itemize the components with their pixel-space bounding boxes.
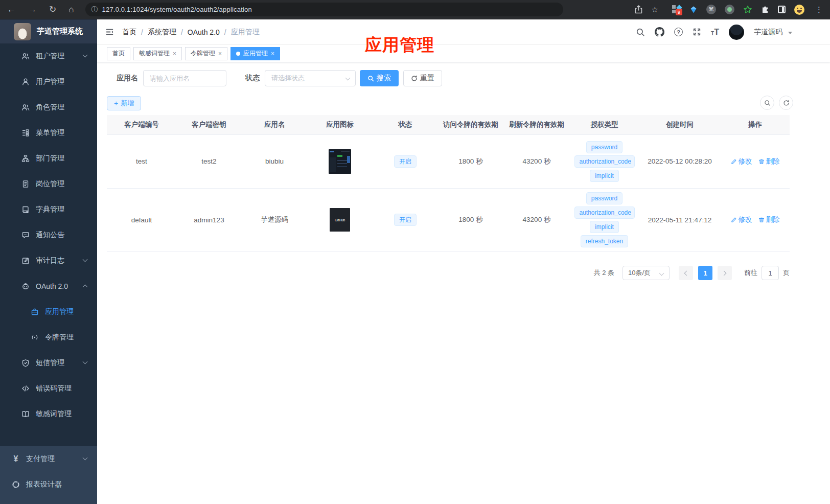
forward-icon[interactable]: → <box>28 5 37 14</box>
cell-access-ttl: 1800 秒 <box>438 134 503 188</box>
breadcrumb-system[interactable]: 系统管理 <box>148 28 176 37</box>
status-badge: 开启 <box>394 214 417 226</box>
share-icon[interactable] <box>635 5 642 14</box>
open-book-icon <box>21 410 30 418</box>
breadcrumb-current: 应用管理 <box>231 28 260 37</box>
page-number-button[interactable]: 1 <box>698 266 712 280</box>
refresh-button[interactable] <box>779 96 793 110</box>
app-icon-image: GitHub <box>330 208 350 232</box>
sidebar-item-tenant[interactable]: 租户管理 <box>0 43 97 69</box>
status-badge: 开启 <box>394 155 417 168</box>
breadcrumb-oauth[interactable]: OAuth 2.0 <box>188 28 220 36</box>
font-size-icon[interactable] <box>711 28 719 36</box>
close-icon[interactable] <box>173 50 176 57</box>
page-unit-label: 页 <box>783 268 790 278</box>
browser-menu-icon[interactable]: ⋮ <box>815 5 823 14</box>
tags-view-bar: 首页 敏感词管理 令牌管理 应用管理 <box>97 45 830 62</box>
sidebar-item-oauth-application[interactable]: 应用管理 <box>0 299 97 325</box>
sidebar-item-pay[interactable]: 支付管理 <box>0 446 97 472</box>
sidebar-item-role[interactable]: 角色管理 <box>0 95 97 120</box>
back-icon[interactable]: ← <box>7 5 16 14</box>
users-icon <box>21 52 30 60</box>
app-name-input[interactable] <box>143 70 226 86</box>
reload-icon[interactable]: ↻ <box>49 5 56 14</box>
col-app-icon: 应用图标 <box>307 115 373 134</box>
col-grant-types: 授权类型 <box>570 115 639 134</box>
tab-sensitive-word[interactable]: 敏感词管理 <box>133 47 182 60</box>
badge-icon <box>21 180 30 188</box>
side-panel-icon[interactable] <box>778 6 786 13</box>
tab-token[interactable]: 令牌管理 <box>185 47 227 60</box>
reset-button[interactable]: 重置 <box>403 70 442 86</box>
browser-actions: ☆ 9 ⌘ ⋮ <box>635 5 823 15</box>
plus-icon <box>114 99 118 107</box>
close-icon[interactable] <box>218 50 222 57</box>
main-area: 应用管理 首页 / 系统管理 / OAuth 2.0 / 应用管理 芋道源码 首… <box>97 19 830 504</box>
site-info-icon[interactable]: ⓘ <box>91 5 98 14</box>
sidebar-item-notice[interactable]: 通知公告 <box>0 222 97 248</box>
sidebar-item-audit-log[interactable]: 审计日志 <box>0 248 97 273</box>
edit-button[interactable]: 修改 <box>731 157 752 166</box>
command-extension-icon[interactable]: ⌘ <box>706 5 716 14</box>
edit-button[interactable]: 修改 <box>731 215 752 224</box>
cell-created-at: 2022-05-12 00:28:20 <box>639 134 721 188</box>
delete-button[interactable]: 删除 <box>758 215 780 224</box>
extension-grid-icon[interactable]: 9 <box>672 5 681 14</box>
fullscreen-icon[interactable] <box>693 28 701 36</box>
goto-page-input[interactable] <box>762 266 779 280</box>
sidebar-item-menu[interactable]: 菜单管理 <box>0 120 97 146</box>
profile-avatar-icon[interactable] <box>794 5 804 15</box>
github-icon[interactable] <box>655 27 664 37</box>
sidebar-item-dict[interactable]: 字典管理 <box>0 197 97 222</box>
sidebar-item-sms[interactable]: 短信管理 <box>0 350 97 376</box>
robot-icon <box>21 282 30 290</box>
address-bar[interactable]: ⓘ 127.0.0.1:1024/system/oauth2/oauth2/ap… <box>85 3 563 16</box>
star-extension-icon[interactable] <box>743 5 752 14</box>
cell-app-name: biubiu <box>242 134 307 188</box>
shield-check-icon <box>21 359 30 367</box>
chevron-down-icon <box>659 271 664 276</box>
sidebar-item-oauth-token[interactable]: 令牌管理 <box>0 325 97 350</box>
sidebar-item-oauth[interactable]: OAuth 2.0 <box>0 273 97 299</box>
app-icon-image <box>329 149 351 174</box>
home-icon[interactable]: ⌂ <box>68 5 74 14</box>
prev-page-button[interactable] <box>679 266 693 280</box>
app-logo[interactable]: 芋道管理系统 <box>0 19 97 43</box>
sidebar-item-error-code[interactable]: 错误码管理 <box>0 376 97 401</box>
delete-button[interactable]: 删除 <box>758 157 780 166</box>
extensions-puzzle-icon[interactable] <box>761 6 769 14</box>
search-icon[interactable] <box>636 28 645 37</box>
breadcrumb-home[interactable]: 首页 <box>122 28 136 37</box>
bookmark-star-icon[interactable]: ☆ <box>652 5 658 14</box>
col-created-at: 创建时间 <box>639 115 721 134</box>
sidebar-item-report-designer[interactable]: 报表设计器 <box>0 472 97 497</box>
add-button[interactable]: 新增 <box>107 96 141 110</box>
toggle-search-button[interactable] <box>760 96 774 110</box>
grant-type-badge: password <box>586 141 622 153</box>
cell-app-icon <box>307 134 373 188</box>
dictionary-book-icon <box>21 205 30 214</box>
gem-extension-icon[interactable] <box>689 6 698 14</box>
page-size-select[interactable]: 10条/页 <box>622 266 670 280</box>
record-extension-icon[interactable] <box>725 5 734 14</box>
close-icon[interactable] <box>271 50 274 57</box>
app-title: 芋道管理系统 <box>37 27 83 36</box>
sidebar-item-post[interactable]: 岗位管理 <box>0 171 97 197</box>
user-avatar[interactable] <box>729 25 744 40</box>
tab-home[interactable]: 首页 <box>107 47 130 60</box>
tab-application[interactable]: 应用管理 <box>230 47 280 60</box>
message-icon <box>21 231 30 239</box>
sidebar-item-sensitive-word[interactable]: 敏感词管理 <box>0 401 97 427</box>
collapse-sidebar-icon[interactable] <box>105 28 114 36</box>
caret-down-icon[interactable] <box>788 32 792 34</box>
logo-avatar <box>14 23 31 40</box>
active-dot-icon <box>236 52 240 56</box>
goto-label: 前往 <box>744 268 757 278</box>
help-icon[interactable] <box>674 28 683 36</box>
next-page-button[interactable] <box>718 266 732 280</box>
sidebar-item-user[interactable]: 用户管理 <box>0 69 97 95</box>
search-button[interactable]: 搜索 <box>360 70 399 86</box>
sidebar-item-dept[interactable]: 部门管理 <box>0 146 97 171</box>
status-select[interactable]: 请选择状态 <box>265 70 356 86</box>
top-navbar: 首页 / 系统管理 / OAuth 2.0 / 应用管理 芋道源码 <box>97 19 830 45</box>
